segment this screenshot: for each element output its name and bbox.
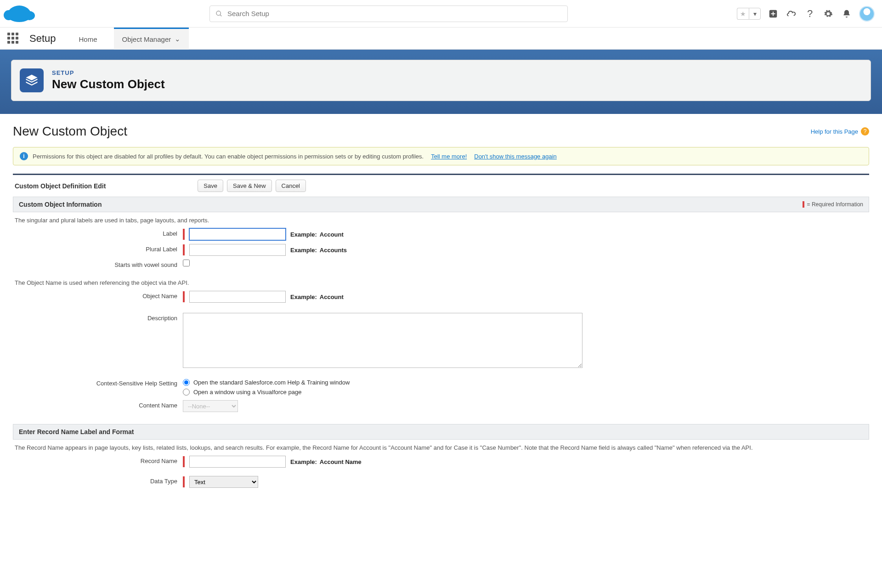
vowel-checkbox[interactable] [183, 260, 190, 266]
notifications-bell-icon[interactable] [841, 8, 853, 20]
save-button[interactable]: Save [198, 180, 223, 192]
tab-home[interactable]: Home [71, 28, 106, 50]
data-type-field-label: Data Type [13, 476, 183, 485]
user-avatar[interactable] [859, 6, 875, 22]
global-create-icon[interactable] [767, 8, 779, 20]
required-legend: = Required Information [803, 201, 863, 208]
record-name-input[interactable] [189, 456, 286, 468]
example-val: Account [320, 231, 344, 238]
search-input[interactable] [227, 10, 562, 17]
object-info-heading: Custom Object Information [19, 201, 102, 208]
breadcrumb: SETUP [52, 69, 165, 76]
radio-label: Open a window using a Visualforce page [193, 389, 301, 396]
salesforce-help-icon[interactable] [786, 8, 797, 20]
chevron-down-icon[interactable]: ▾ [749, 8, 761, 20]
search-wrap [50, 6, 728, 22]
favorites-menu[interactable]: ★ ▾ [737, 8, 761, 20]
data-type-select[interactable]: Text [189, 476, 258, 488]
help-radio-visualforce-input[interactable] [183, 389, 190, 396]
object-name-field-label: Object Name [13, 291, 183, 300]
content-name-field-label: Content Name [13, 400, 183, 409]
description-field-label: Description [13, 313, 183, 322]
app-launcher-icon[interactable] [7, 33, 19, 45]
setup-gear-icon[interactable] [822, 8, 834, 20]
label-field-label: Label [13, 228, 183, 237]
example-val: Accounts [320, 247, 347, 254]
context-name: Setup [28, 33, 62, 45]
record-name-field-label: Record Name [13, 456, 183, 464]
required-marker-icon [183, 476, 185, 487]
info-icon: i [20, 152, 28, 160]
example-key: Example: [290, 231, 317, 238]
svg-line-1 [220, 15, 221, 16]
main-content: New Custom Object Help for this Page ? i… [0, 114, 882, 500]
page-header-card: SETUP New Custom Object [11, 60, 871, 101]
object-name-input[interactable] [189, 291, 286, 303]
example-val: Account [320, 294, 344, 300]
plural-label-field-label: Plural Label [13, 244, 183, 253]
search-icon [215, 10, 223, 17]
objname-help-text: The Object Name is used when referencing… [13, 270, 869, 289]
record-name-section-header: Enter Record Name Label and Format [13, 424, 869, 440]
tab-object-manager[interactable]: Object Manager ⌄ [114, 28, 189, 50]
example-key: Example: [290, 247, 317, 254]
required-marker-icon [803, 201, 804, 208]
page-header-band: SETUP New Custom Object [0, 50, 882, 114]
header-utilities: ★ ▾ ? [728, 6, 875, 22]
definition-edit-heading: Custom Object Definition Edit [15, 182, 106, 190]
required-marker-icon [183, 291, 185, 302]
help-for-page-link[interactable]: Help for this Page ? [811, 127, 869, 136]
page-header-title: New Custom Object [52, 77, 165, 91]
required-legend-text: = Required Information [807, 201, 863, 208]
required-marker-icon [183, 456, 185, 467]
object-info-section-header: Custom Object Information = Required Inf… [13, 197, 869, 212]
record-name-heading: Enter Record Name Label and Format [19, 428, 134, 435]
page-header-text: SETUP New Custom Object [52, 69, 165, 91]
context-tab-bar: Setup Home Object Manager ⌄ [0, 28, 882, 50]
content-name-select: --None-- [183, 400, 238, 412]
help-link-label: Help for this Page [811, 128, 858, 135]
example-val: Account Name [320, 458, 362, 465]
label-help-text: The singular and plural labels are used … [13, 212, 869, 226]
example-key: Example: [290, 294, 317, 300]
hide-message-link[interactable]: Don't show this message again [474, 153, 557, 160]
help-badge-icon: ? [861, 127, 869, 136]
radio-label: Open the standard Salesforce.com Help & … [193, 379, 350, 386]
svg-point-0 [216, 11, 220, 15]
help-radio-visualforce[interactable]: Open a window using a Visualforce page [183, 388, 301, 396]
global-search[interactable] [209, 6, 568, 22]
save-new-button[interactable]: Save & New [227, 180, 272, 192]
example-key: Example: [290, 458, 317, 465]
help-radio-standard[interactable]: Open the standard Salesforce.com Help & … [183, 378, 350, 387]
notice-text: Permissions for this object are disabled… [33, 153, 424, 160]
help-question-icon[interactable]: ? [804, 8, 816, 20]
global-header: ★ ▾ ? [0, 0, 882, 28]
tab-label: Object Manager [122, 35, 171, 43]
chevron-down-icon: ⌄ [175, 35, 181, 43]
required-marker-icon [183, 244, 185, 255]
help-setting-field-label: Context-Sensitive Help Setting [13, 378, 183, 387]
permissions-notice: i Permissions for this object are disabl… [13, 147, 869, 165]
cancel-button[interactable]: Cancel [276, 180, 306, 192]
description-textarea[interactable] [183, 313, 582, 368]
star-icon[interactable]: ★ [737, 8, 749, 20]
action-buttons: Save Save & New Cancel [198, 180, 306, 192]
custom-object-layers-icon [20, 68, 44, 92]
tell-me-more-link[interactable]: Tell me more! [431, 153, 467, 160]
salesforce-logo-icon [7, 6, 31, 22]
help-radio-standard-input[interactable] [183, 379, 190, 386]
definition-edit-bar: Custom Object Definition Edit Save Save … [13, 175, 869, 197]
svg-rect-4 [771, 13, 775, 14]
record-name-help-text: The Record Name appears in page layouts,… [13, 440, 869, 454]
page-title: New Custom Object [13, 124, 811, 139]
vowel-field-label: Starts with vowel sound [13, 260, 183, 268]
label-input[interactable] [189, 228, 286, 240]
plural-label-input[interactable] [189, 244, 286, 256]
required-marker-icon [183, 229, 185, 240]
